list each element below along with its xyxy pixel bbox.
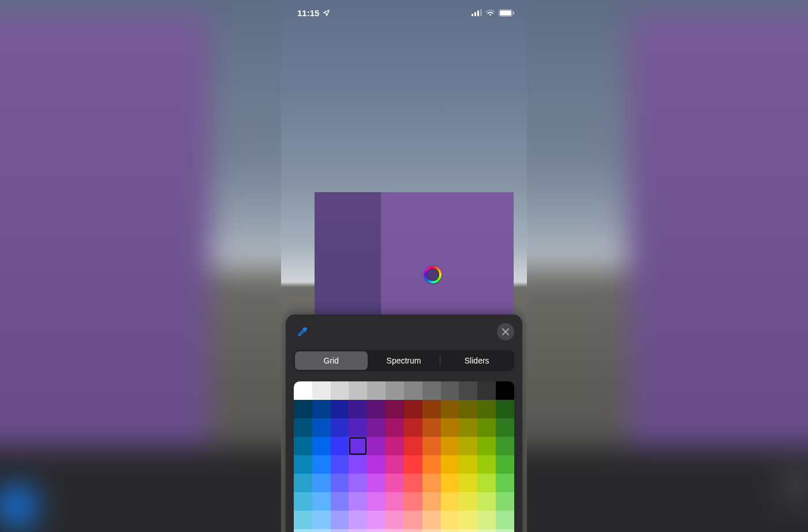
color-swatch[interactable] bbox=[367, 437, 386, 455]
color-swatch[interactable] bbox=[294, 455, 312, 474]
color-swatch[interactable] bbox=[312, 381, 331, 400]
eyedropper-button[interactable] bbox=[294, 323, 311, 340]
color-swatch[interactable] bbox=[496, 455, 514, 474]
color-swatch[interactable] bbox=[477, 437, 496, 455]
color-swatch[interactable] bbox=[459, 529, 477, 532]
eyedropper-loupe[interactable] bbox=[424, 266, 442, 283]
color-swatch[interactable] bbox=[349, 529, 367, 532]
color-swatch[interactable] bbox=[477, 474, 496, 492]
color-swatch[interactable] bbox=[422, 381, 441, 400]
tab-sliders[interactable]: Sliders bbox=[440, 351, 513, 370]
color-swatch[interactable] bbox=[312, 511, 331, 529]
color-swatch[interactable] bbox=[331, 529, 349, 532]
color-swatch[interactable] bbox=[404, 400, 422, 418]
color-swatch[interactable] bbox=[459, 381, 477, 400]
color-swatch[interactable] bbox=[294, 529, 312, 532]
color-swatch[interactable] bbox=[422, 455, 441, 474]
color-swatch[interactable] bbox=[422, 511, 441, 529]
color-swatch[interactable] bbox=[349, 437, 367, 455]
color-swatch[interactable] bbox=[422, 474, 441, 492]
color-swatch[interactable] bbox=[331, 455, 349, 474]
color-swatch[interactable] bbox=[459, 455, 477, 474]
color-swatch[interactable] bbox=[312, 474, 331, 492]
color-swatch[interactable] bbox=[331, 437, 349, 455]
color-swatch[interactable] bbox=[441, 511, 459, 529]
color-swatch[interactable] bbox=[349, 418, 367, 437]
color-swatch[interactable] bbox=[496, 474, 514, 492]
color-swatch[interactable] bbox=[496, 529, 514, 532]
color-swatch[interactable] bbox=[386, 381, 404, 400]
color-swatch[interactable] bbox=[477, 455, 496, 474]
color-swatch[interactable] bbox=[404, 511, 422, 529]
color-swatch[interactable] bbox=[294, 492, 312, 511]
color-swatch[interactable] bbox=[441, 492, 459, 511]
color-swatch[interactable] bbox=[349, 511, 367, 529]
color-swatch[interactable] bbox=[367, 381, 386, 400]
color-swatch[interactable] bbox=[367, 511, 386, 529]
picker-mode-segmented[interactable]: Grid Spectrum Sliders bbox=[294, 350, 514, 371]
color-swatch[interactable] bbox=[496, 437, 514, 455]
color-swatch[interactable] bbox=[386, 455, 404, 474]
color-swatch[interactable] bbox=[422, 418, 441, 437]
color-swatch[interactable] bbox=[312, 529, 331, 532]
color-swatch[interactable] bbox=[422, 529, 441, 532]
color-swatch[interactable] bbox=[331, 474, 349, 492]
color-swatch[interactable] bbox=[477, 492, 496, 511]
color-swatch[interactable] bbox=[386, 437, 404, 455]
color-swatch[interactable] bbox=[422, 492, 441, 511]
color-swatch[interactable] bbox=[367, 492, 386, 511]
color-swatch[interactable] bbox=[459, 511, 477, 529]
color-swatch[interactable] bbox=[331, 418, 349, 437]
color-grid[interactable] bbox=[294, 381, 514, 532]
color-swatch[interactable] bbox=[459, 492, 477, 511]
color-swatch[interactable] bbox=[349, 474, 367, 492]
color-swatch[interactable] bbox=[496, 381, 514, 400]
color-swatch[interactable] bbox=[404, 529, 422, 532]
color-swatch[interactable] bbox=[441, 474, 459, 492]
color-swatch[interactable] bbox=[349, 381, 367, 400]
color-swatch[interactable] bbox=[294, 400, 312, 418]
color-swatch[interactable] bbox=[496, 492, 514, 511]
color-swatch[interactable] bbox=[422, 437, 441, 455]
color-swatch[interactable] bbox=[441, 529, 459, 532]
tab-spectrum[interactable]: Spectrum bbox=[368, 351, 440, 370]
color-swatch[interactable] bbox=[294, 418, 312, 437]
color-swatch[interactable] bbox=[404, 418, 422, 437]
color-swatch[interactable] bbox=[331, 381, 349, 400]
color-swatch[interactable] bbox=[367, 529, 386, 532]
color-swatch[interactable] bbox=[477, 400, 496, 418]
color-swatch[interactable] bbox=[477, 529, 496, 532]
tab-grid[interactable]: Grid bbox=[295, 351, 368, 370]
color-swatch[interactable] bbox=[367, 474, 386, 492]
color-swatch[interactable] bbox=[294, 511, 312, 529]
color-swatch[interactable] bbox=[294, 381, 312, 400]
color-swatch[interactable] bbox=[331, 400, 349, 418]
color-swatch[interactable] bbox=[459, 474, 477, 492]
color-swatch[interactable] bbox=[367, 418, 386, 437]
color-swatch[interactable] bbox=[349, 400, 367, 418]
color-swatch[interactable] bbox=[404, 474, 422, 492]
color-swatch[interactable] bbox=[441, 381, 459, 400]
color-swatch[interactable] bbox=[312, 455, 331, 474]
color-swatch[interactable] bbox=[386, 400, 404, 418]
color-swatch[interactable] bbox=[386, 492, 404, 511]
color-swatch[interactable] bbox=[459, 437, 477, 455]
color-swatch[interactable] bbox=[496, 400, 514, 418]
color-swatch[interactable] bbox=[441, 400, 459, 418]
color-swatch[interactable] bbox=[349, 455, 367, 474]
color-swatch[interactable] bbox=[312, 400, 331, 418]
color-swatch[interactable] bbox=[441, 418, 459, 437]
color-swatch[interactable] bbox=[404, 437, 422, 455]
color-swatch[interactable] bbox=[459, 418, 477, 437]
color-swatch[interactable] bbox=[404, 381, 422, 400]
color-swatch[interactable] bbox=[404, 492, 422, 511]
color-swatch[interactable] bbox=[367, 455, 386, 474]
color-swatch[interactable] bbox=[312, 418, 331, 437]
color-swatch[interactable] bbox=[367, 400, 386, 418]
color-swatch[interactable] bbox=[404, 455, 422, 474]
color-swatch[interactable] bbox=[422, 400, 441, 418]
color-swatch[interactable] bbox=[294, 474, 312, 492]
color-swatch[interactable] bbox=[386, 529, 404, 532]
color-swatch[interactable] bbox=[312, 437, 331, 455]
color-swatch[interactable] bbox=[496, 418, 514, 437]
